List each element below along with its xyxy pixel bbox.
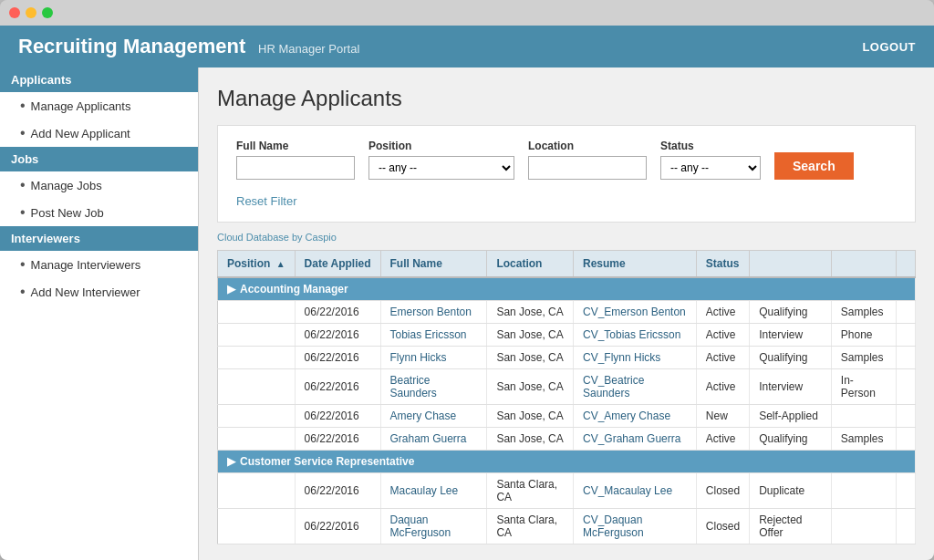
cell-location: San Jose, CA bbox=[487, 324, 574, 347]
reset-filter-link[interactable]: Reset Filter bbox=[236, 194, 296, 208]
full-name-label: Full Name bbox=[236, 140, 355, 152]
cell-date: 06/22/2016 bbox=[295, 369, 380, 405]
full-name-input[interactable] bbox=[236, 156, 355, 180]
cell-resume[interactable]: CV_Daquan McFerguson bbox=[574, 509, 697, 544]
col-header-position[interactable]: Position ▲ bbox=[218, 251, 296, 278]
table-row: 06/22/2016Amery ChaseSan Jose, CACV_Amer… bbox=[218, 405, 916, 428]
cell-name-link[interactable]: Emerson Benton bbox=[390, 306, 472, 318]
status-select[interactable]: -- any -- bbox=[660, 156, 761, 180]
cell-name-link[interactable]: Graham Guerra bbox=[390, 432, 467, 445]
cell-date: 06/22/2016 bbox=[295, 428, 380, 451]
cell-position bbox=[218, 347, 296, 369]
col-header-date-applied: Date Applied bbox=[295, 251, 380, 278]
cell-resume-link[interactable]: CV_Daquan McFerguson bbox=[583, 513, 644, 539]
cell-status: Active bbox=[696, 347, 749, 369]
cell-name-link[interactable]: Amery Chase bbox=[390, 410, 457, 422]
cell-location: San Jose, CA bbox=[487, 369, 574, 405]
close-btn[interactable] bbox=[9, 7, 20, 18]
cell-resume[interactable]: CV_Beatrice Saunders bbox=[574, 369, 697, 405]
cell-resume[interactable]: CV_Macaulay Lee bbox=[574, 473, 697, 509]
sidebar-item-add-new-applicant[interactable]: Add New Applicant bbox=[0, 119, 198, 147]
cell-resume[interactable]: CV_Graham Guerra bbox=[574, 428, 697, 451]
cell-extra2: Samples bbox=[831, 301, 896, 324]
cell-date: 06/22/2016 bbox=[295, 473, 380, 509]
minimize-btn[interactable] bbox=[26, 7, 36, 18]
group-header-row[interactable]: ▶Accounting Manager bbox=[218, 277, 916, 301]
cell-extra2 bbox=[831, 405, 896, 428]
page-title: Manage Applicants bbox=[217, 86, 916, 111]
cell-extra3 bbox=[896, 428, 915, 451]
cell-position bbox=[218, 301, 296, 324]
cell-name[interactable]: Emerson Benton bbox=[380, 301, 487, 324]
table-row: 06/22/2016Macaulay LeeSanta Clara, CACV_… bbox=[218, 473, 916, 509]
position-label: Position bbox=[368, 140, 514, 152]
title-bar bbox=[0, 0, 934, 26]
maximize-btn[interactable] bbox=[42, 7, 53, 18]
cell-date: 06/22/2016 bbox=[295, 301, 380, 324]
sidebar-item-manage-jobs[interactable]: Manage Jobs bbox=[0, 171, 198, 199]
filter-position-field: Position -- any -- bbox=[368, 140, 514, 180]
position-select[interactable]: -- any -- bbox=[368, 156, 514, 180]
cell-extra2: Samples bbox=[831, 428, 896, 451]
group-header-row[interactable]: ▶Customer Service Representative bbox=[218, 451, 916, 473]
sidebar-item-manage-interviewers[interactable]: Manage Interviewers bbox=[0, 251, 198, 278]
sidebar-item-add-new-interviewer[interactable]: Add New Interviewer bbox=[0, 278, 198, 306]
logout-button[interactable]: LOGOUT bbox=[862, 40, 916, 54]
caspio-link[interactable]: Cloud Database by Caspio bbox=[217, 232, 337, 243]
cell-resume[interactable]: CV_Emerson Benton bbox=[574, 301, 697, 324]
filter-full-name-field: Full Name bbox=[236, 140, 355, 180]
cell-date: 06/22/2016 bbox=[295, 509, 380, 544]
cell-resume-link[interactable]: CV_Tobias Ericsson bbox=[583, 328, 680, 341]
filter-status-field: Status -- any -- bbox=[660, 140, 761, 180]
sort-arrow-position: ▲ bbox=[276, 259, 285, 269]
cell-resume-link[interactable]: CV_Beatrice Saunders bbox=[583, 374, 644, 399]
cell-status: Active bbox=[696, 369, 749, 405]
cell-extra1: Qualifying bbox=[750, 347, 832, 369]
cell-resume[interactable]: CV_Flynn Hicks bbox=[574, 347, 697, 369]
app-window: Recruiting Management HR Manager Portal … bbox=[0, 0, 934, 560]
cell-name-link[interactable]: Tobias Ericsson bbox=[390, 328, 467, 341]
cell-name[interactable]: Beatrice Saunders bbox=[380, 369, 487, 405]
sidebar-section-jobs: Jobs bbox=[0, 147, 198, 171]
app-subtitle: HR Manager Portal bbox=[258, 42, 359, 56]
col-header-status: Status bbox=[696, 251, 749, 278]
cell-location: San Jose, CA bbox=[487, 301, 574, 324]
search-button[interactable]: Search bbox=[774, 152, 854, 180]
cell-date: 06/22/2016 bbox=[295, 347, 380, 369]
cell-resume-link[interactable]: CV_Macaulay Lee bbox=[583, 484, 672, 497]
cell-position bbox=[218, 509, 296, 544]
cell-extra1: Qualifying bbox=[750, 301, 832, 324]
cell-resume[interactable]: CV_Amery Chase bbox=[574, 405, 697, 428]
sidebar-item-manage-applicants[interactable]: Manage Applicants bbox=[0, 92, 198, 119]
cell-name[interactable]: Tobias Ericsson bbox=[380, 324, 487, 347]
cell-extra3 bbox=[896, 405, 915, 428]
cell-name-link[interactable]: Beatrice Saunders bbox=[390, 374, 437, 399]
cell-resume-link[interactable]: CV_Emerson Benton bbox=[583, 306, 686, 318]
location-input[interactable] bbox=[528, 156, 647, 180]
cell-resume-link[interactable]: CV_Flynn Hicks bbox=[583, 351, 660, 364]
cell-name-link[interactable]: Flynn Hicks bbox=[390, 351, 447, 364]
cell-date: 06/22/2016 bbox=[295, 405, 380, 428]
cell-name-link[interactable]: Daquan McFerguson bbox=[390, 513, 451, 539]
cell-extra3 bbox=[896, 301, 915, 324]
table-row: 06/22/2016Tobias EricssonSan Jose, CACV_… bbox=[218, 324, 916, 347]
cell-resume-link[interactable]: CV_Amery Chase bbox=[583, 410, 670, 422]
cell-resume[interactable]: CV_Tobias Ericsson bbox=[574, 324, 697, 347]
cell-name[interactable]: Flynn Hicks bbox=[380, 347, 487, 369]
col-header-extra1 bbox=[750, 251, 832, 278]
cell-location: San Jose, CA bbox=[487, 428, 574, 451]
cell-resume-link[interactable]: CV_Graham Guerra bbox=[583, 432, 680, 445]
cell-name[interactable]: Daquan McFerguson bbox=[380, 509, 487, 544]
cell-name[interactable]: Macaulay Lee bbox=[380, 473, 487, 509]
cell-name[interactable]: Graham Guerra bbox=[380, 428, 487, 451]
cell-extra2: Samples bbox=[831, 347, 896, 369]
cell-name-link[interactable]: Macaulay Lee bbox=[390, 484, 459, 497]
cell-extra2 bbox=[831, 509, 896, 544]
cell-position bbox=[218, 369, 296, 405]
table-row: 06/22/2016Daquan McFergusonSanta Clara, … bbox=[218, 509, 916, 544]
app-title: Recruiting Management bbox=[18, 35, 245, 57]
cell-extra3 bbox=[896, 324, 915, 347]
cell-name[interactable]: Amery Chase bbox=[380, 405, 487, 428]
table-row: 06/22/2016Emerson BentonSan Jose, CACV_E… bbox=[218, 301, 916, 324]
sidebar-item-post-new-job[interactable]: Post New Job bbox=[0, 199, 198, 226]
